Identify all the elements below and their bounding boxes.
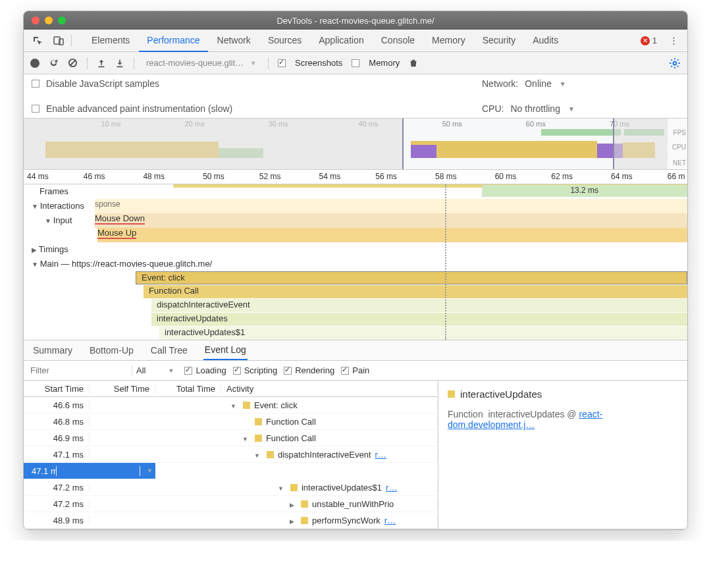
divider [87, 57, 88, 69]
filter-scope[interactable]: All [132, 365, 178, 375]
svg-point-4 [673, 61, 677, 65]
network-select[interactable]: Online [525, 78, 566, 89]
scripting-checkbox[interactable] [233, 367, 241, 375]
cpu-select[interactable]: No throttling [510, 103, 574, 114]
timings-lane[interactable] [116, 242, 687, 257]
disable-js-label: Disable JavaScript samples [46, 78, 159, 89]
divider [71, 35, 72, 47]
tab-network[interactable]: Network [209, 30, 259, 52]
disclosure-icon[interactable] [290, 516, 297, 525]
main-flame[interactable]: Event: click Function Call dispatchInter… [136, 271, 687, 337]
frames-track-label[interactable]: Frames [24, 184, 116, 198]
swatch-icon [448, 390, 455, 398]
more-icon[interactable]: ⋮ [665, 32, 682, 49]
table-row[interactable]: 46.6 ms0.3 ms19.6 msEvent: click [24, 397, 438, 414]
overview-selection[interactable] [402, 119, 615, 169]
col-total[interactable]: Total Time [155, 384, 221, 394]
col-self[interactable]: Self Time [90, 384, 155, 394]
activity-source-link[interactable]: r… [386, 483, 397, 493]
recording-select[interactable]: react-movies-queue.glit… [144, 57, 259, 69]
screenshots-label: Screenshots [295, 58, 342, 68]
overview-timeline[interactable]: 10 ms 20 ms 30 ms 40 ms 50 ms 60 ms 70 m… [24, 119, 687, 170]
filter-input[interactable] [26, 363, 125, 378]
reload-icon[interactable] [49, 58, 59, 68]
disclosure-icon[interactable] [230, 400, 239, 410]
table-row[interactable]: 47.2 ms0 ms1.7 msunstable_runWithPrio [24, 496, 438, 512]
settings-icon[interactable] [669, 57, 681, 69]
flame-iu[interactable]: interactiveUpdates [151, 313, 687, 326]
disclosure-icon[interactable] [242, 433, 251, 443]
tab-elements[interactable]: Elements [84, 30, 138, 52]
painting-checkbox[interactable] [341, 367, 349, 375]
flame-fn[interactable]: Function Call [144, 285, 687, 298]
details-tabs: Summary Bottom-Up Call Tree Event Log [24, 340, 687, 361]
inspect-icon[interactable] [29, 32, 46, 49]
interactions-lane[interactable]: sponse [95, 199, 687, 213]
flame-dispatch[interactable]: dispatchInteractiveEvent [151, 299, 687, 312]
table-row[interactable]: 46.9 ms0.2 ms19.2 msFunction Call [24, 430, 438, 446]
cell-start: 47.1 ms [24, 450, 90, 460]
fps-bar [624, 129, 664, 136]
col-activity[interactable]: Activity [221, 384, 438, 394]
window-title: DevTools - react-movies-queue.glitch.me/ [24, 16, 687, 26]
tab-summary[interactable]: Summary [32, 341, 74, 360]
activity-name: Event: click [254, 400, 298, 410]
activity-source-link[interactable]: r… [375, 450, 386, 460]
tab-bottom-up[interactable]: Bottom-Up [88, 341, 135, 360]
table-row[interactable]: 46.8 ms0.1 ms0.1 msFunction Call [24, 414, 438, 430]
memory-checkbox[interactable] [352, 59, 359, 67]
cell-activity: unstable_runWithPrio [221, 499, 438, 509]
col-start[interactable]: Start Time [24, 384, 90, 394]
time-ruler[interactable]: 44 ms 46 ms 48 ms 50 ms 52 ms 54 ms 56 m… [24, 170, 687, 184]
upload-icon[interactable] [97, 59, 106, 68]
timings-track-label[interactable]: Timings [24, 242, 116, 256]
tab-security[interactable]: Security [475, 30, 524, 52]
mouse-up-lane[interactable]: Mouse Up [97, 228, 687, 242]
disclosure-icon[interactable] [254, 450, 263, 460]
record-icon[interactable] [30, 59, 40, 68]
flame-event[interactable]: Event: click [136, 271, 687, 284]
tab-sources[interactable]: Sources [260, 30, 309, 52]
trash-icon[interactable] [409, 59, 418, 68]
frames-lane[interactable]: 13.2 ms [116, 184, 687, 199]
clear-icon[interactable] [68, 58, 78, 68]
table-row[interactable]: 47.1 ms0.1 ms19.0 msinteractiveUpdates r… [24, 463, 155, 479]
loading-checkbox[interactable] [184, 367, 192, 375]
table-row[interactable]: 47.2 ms0 ms18.9 msinteractiveUpdates$1 r… [24, 479, 438, 496]
cpu-label-ov: CPU [672, 144, 686, 151]
tab-application[interactable]: Application [311, 30, 372, 52]
enable-paint-checkbox[interactable] [32, 105, 40, 113]
fn-label: Function [448, 409, 483, 419]
table-row[interactable]: 47.1 ms0 ms19.0 msdispatchInteractiveEve… [24, 446, 438, 463]
net-label: NET [673, 159, 686, 167]
rendering-checkbox[interactable] [284, 367, 292, 375]
disclosure-icon[interactable] [138, 466, 140, 476]
disclosure-icon[interactable] [278, 483, 286, 493]
cell-start: 47.1 ms [26, 466, 57, 476]
table-row[interactable]: 48.9 ms0 ms17.2 msperformSyncWork r… [24, 512, 438, 529]
mouse-down-lane[interactable]: Mouse Down [95, 213, 687, 228]
main-track-label[interactable]: Main — https://react-movies-queue.glitch… [24, 257, 215, 271]
download-icon[interactable] [115, 59, 124, 68]
tab-memory[interactable]: Memory [424, 30, 473, 52]
tracks: Frames 13.2 ms Interactions sponse Input… [24, 184, 687, 340]
tab-event-log[interactable]: Event Log [203, 340, 248, 360]
cell-start: 48.9 ms [24, 516, 90, 525]
tab-performance[interactable]: Performance [139, 30, 207, 52]
tab-console[interactable]: Console [373, 30, 423, 52]
svg-line-3 [70, 61, 76, 66]
cell-activity: interactiveUpdates$1 r… [221, 483, 438, 493]
tab-call-tree[interactable]: Call Tree [149, 341, 189, 360]
screenshots-checkbox[interactable] [278, 59, 286, 67]
error-counter[interactable]: ✕ 1 [641, 36, 657, 45]
disable-js-checkbox[interactable] [32, 80, 40, 88]
devtools-toolbar: Elements Performance Network Sources App… [24, 30, 687, 52]
disclosure-icon[interactable] [290, 499, 297, 509]
flame-iu1[interactable]: interactiveUpdates$1 [159, 327, 687, 340]
frame-duration: 13.2 ms [482, 185, 687, 197]
cell-start: 47.2 ms [24, 499, 90, 509]
device-toggle-icon[interactable] [50, 32, 67, 49]
tab-audits[interactable]: Audits [525, 30, 566, 52]
activity-source-link[interactable]: r… [384, 516, 396, 525]
perf-settings: Disable JavaScript samples Enable advanc… [24, 74, 687, 119]
